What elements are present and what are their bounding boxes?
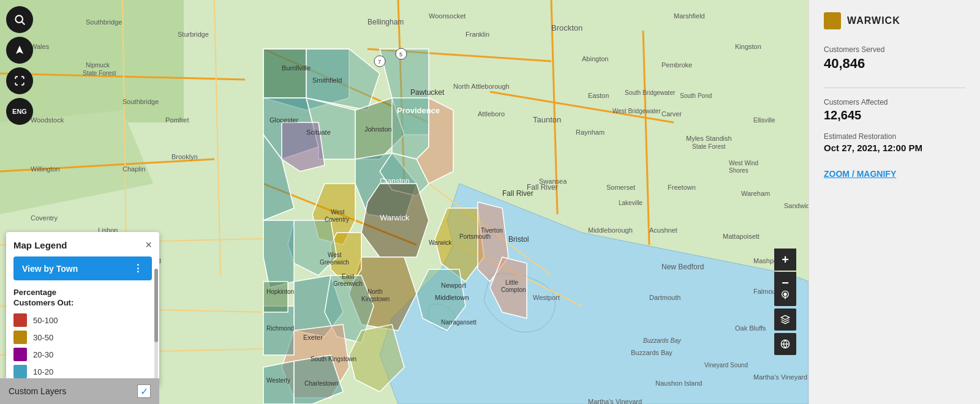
legend-item-20-30: 20-30	[13, 348, 152, 361]
svg-text:West: West	[331, 209, 345, 215]
svg-text:Marshfield: Marshfield	[674, 12, 705, 20]
legend-panel: Map Legend × View by Town ⋮ PercentageCu…	[6, 232, 159, 386]
layers-button[interactable]	[774, 309, 796, 331]
legend-subtitle: PercentageCustomers Out:	[13, 288, 152, 309]
legend-title: Map Legend	[13, 240, 67, 250]
svg-text:Shores: Shores	[729, 167, 748, 174]
svg-text:Freetown: Freetown	[668, 184, 696, 191]
zoom-magnify-link[interactable]: ZOOM / MAGNIFY	[824, 169, 965, 179]
swatch-20-30	[13, 348, 27, 361]
town-header: WARWICK	[824, 12, 965, 34]
custom-layers-bar: Custom Layers ✓	[0, 378, 159, 404]
svg-text:West Bridgewater: West Bridgewater	[612, 108, 661, 114]
customers-affected-value: 12,645	[824, 108, 965, 122]
svg-text:Tiverton: Tiverton	[481, 227, 503, 234]
svg-line-148	[22, 22, 25, 25]
svg-text:Nipmuck: Nipmuck	[86, 62, 110, 69]
svg-text:Naushon Island: Naushon Island	[655, 380, 702, 387]
svg-text:South Pond: South Pond	[680, 92, 712, 99]
svg-text:Willington: Willington	[31, 165, 60, 173]
svg-text:State Forest: State Forest	[83, 70, 116, 77]
swatch-50-100	[13, 313, 27, 327]
svg-marker-18	[263, 49, 306, 98]
svg-text:Southbridge: Southbridge	[123, 98, 159, 105]
globe-button[interactable]	[774, 333, 796, 355]
svg-text:Coventry: Coventry	[31, 214, 58, 222]
svg-text:Attleboro: Attleboro	[478, 110, 505, 118]
svg-text:Woonsocket: Woonsocket	[429, 12, 466, 20]
customers-affected-row: Customers Affected 12,645	[824, 98, 965, 122]
svg-marker-34	[263, 220, 294, 288]
svg-text:Narragansett: Narragansett	[441, 319, 477, 326]
svg-text:Kingstown: Kingstown	[361, 296, 390, 302]
map-container[interactable]: Burrillville Smithfield Glocester Scitua…	[0, 0, 809, 404]
svg-text:Chaplin: Chaplin	[123, 165, 145, 173]
svg-text:Exeter: Exeter	[303, 334, 323, 341]
svg-text:Wales: Wales	[31, 43, 50, 50]
pin-button[interactable]	[774, 284, 796, 306]
svg-text:Westerly: Westerly	[266, 377, 290, 384]
svg-text:Wareham: Wareham	[741, 190, 770, 197]
view-by-town-button[interactable]: View by Town ⋮	[13, 256, 152, 280]
customers-affected-label: Customers Affected	[824, 98, 965, 107]
fullscreen-button[interactable]	[6, 67, 33, 94]
search-button[interactable]	[6, 6, 33, 33]
svg-text:Bellingham: Bellingham	[368, 18, 404, 26]
svg-text:Cranston: Cranston	[380, 177, 410, 185]
svg-text:Little: Little	[505, 279, 519, 286]
svg-point-149	[783, 293, 786, 296]
svg-text:Coventry: Coventry	[325, 216, 349, 223]
svg-text:Bristol: Bristol	[508, 235, 529, 244]
left-toolbar: ENG	[6, 6, 33, 125]
svg-text:Pembroke: Pembroke	[662, 61, 692, 69]
svg-text:State Forest: State Forest	[692, 143, 726, 150]
navigate-button[interactable]	[6, 37, 33, 64]
svg-text:Fall River: Fall River	[527, 183, 558, 192]
svg-text:Abington: Abington	[582, 55, 608, 62]
legend-header: Map Legend ×	[13, 239, 152, 250]
svg-text:Pomfret: Pomfret	[165, 116, 189, 124]
svg-text:Raynham: Raynham	[576, 129, 605, 136]
swatch-30-50	[13, 331, 27, 344]
town-name: WARWICK	[847, 15, 900, 26]
legend-items: 50-100 30-50 20-30 10-20	[13, 313, 152, 378]
svg-text:Dartmouth: Dartmouth	[649, 294, 680, 301]
svg-text:Warwick: Warwick	[380, 213, 410, 222]
svg-text:Ellisville: Ellisville	[753, 117, 775, 124]
svg-text:Charlestown: Charlestown	[304, 380, 339, 387]
svg-marker-151	[781, 315, 789, 320]
svg-text:Greenwich: Greenwich	[333, 280, 363, 287]
svg-text:East: East	[342, 273, 354, 280]
svg-text:Greenwich: Greenwich	[320, 259, 349, 266]
customers-served-label: Customers Served	[824, 45, 965, 54]
svg-text:South Kingstown: South Kingstown	[311, 356, 356, 362]
svg-text:Mattapoisett: Mattapoisett	[723, 233, 760, 240]
svg-text:Burrillville: Burrillville	[282, 64, 311, 72]
svg-text:Woodstock: Woodstock	[31, 116, 64, 124]
town-icon	[824, 12, 841, 29]
svg-text:Richmond: Richmond	[266, 325, 294, 332]
svg-point-147	[15, 15, 23, 23]
legend-item-50-100: 50-100	[13, 313, 152, 327]
svg-marker-46	[263, 282, 288, 312]
custom-layers-checkbox[interactable]: ✓	[137, 384, 151, 398]
svg-text:Westport: Westport	[533, 294, 560, 301]
estimated-restoration-label: Estimated Restoration	[824, 132, 965, 141]
customers-served-row: Customers Served 40,846	[824, 45, 965, 72]
svg-text:Brockton: Brockton	[551, 23, 582, 32]
svg-text:Vineyard Sound: Vineyard Sound	[704, 362, 748, 368]
zoom-in-button[interactable]: +	[774, 249, 796, 271]
svg-text:South Bridgewater: South Bridgewater	[625, 89, 676, 96]
estimated-restoration-row: Estimated Restoration Oct 27, 2021, 12:0…	[824, 132, 965, 153]
svg-text:Sturbridge: Sturbridge	[178, 31, 209, 38]
legend-close-button[interactable]: ×	[145, 239, 152, 250]
language-button[interactable]: ENG	[6, 98, 33, 125]
svg-text:Easton: Easton	[588, 92, 609, 99]
scrollbar-thumb[interactable]	[154, 269, 158, 342]
svg-text:Compton: Compton	[501, 286, 526, 293]
svg-text:Brooklyn: Brooklyn	[172, 153, 198, 160]
svg-text:Warwick: Warwick	[429, 239, 452, 246]
svg-text:Sandwich: Sandwich	[784, 202, 809, 209]
legend-item-30-50: 30-50	[13, 331, 152, 344]
svg-text:Taunton: Taunton	[533, 115, 561, 124]
